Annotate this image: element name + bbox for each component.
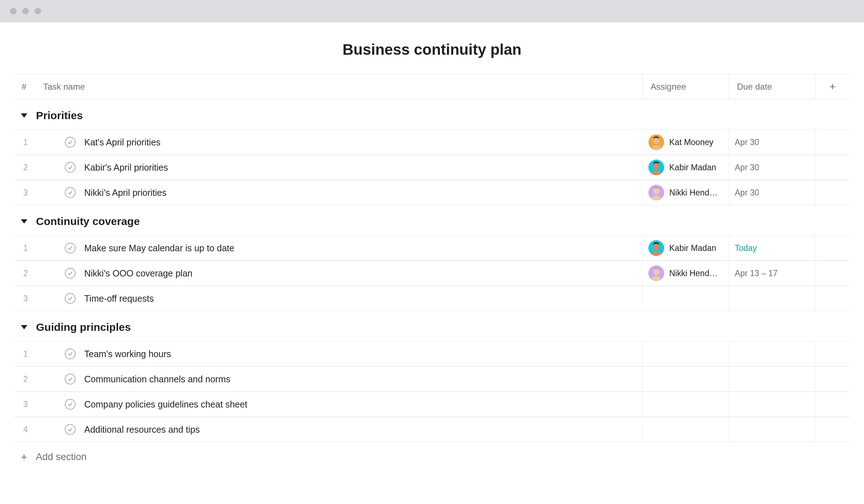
- row-number: 1: [14, 243, 37, 253]
- due-date-cell[interactable]: Apr 13 – 17: [729, 261, 815, 285]
- row-extra-cell: [815, 155, 850, 180]
- chevron-down-icon: [21, 113, 27, 118]
- complete-check-icon[interactable]: [65, 374, 76, 384]
- assignee-cell[interactable]: [642, 286, 729, 311]
- due-date-cell[interactable]: Apr 30: [729, 180, 815, 205]
- due-date-cell[interactable]: [729, 392, 815, 417]
- task-name-cell: Make sure May calendar is up to date: [37, 243, 642, 253]
- window-titlebar: [0, 0, 864, 22]
- task-row[interactable]: 2 Kabir's April priorities Kabir Madan A…: [14, 155, 850, 180]
- traffic-light-close[interactable]: [10, 8, 17, 14]
- task-row[interactable]: 2 Communication channels and norms: [14, 366, 850, 392]
- complete-check-icon[interactable]: [65, 243, 76, 253]
- column-header-taskname: Task name: [37, 82, 642, 92]
- due-date-cell[interactable]: Apr 30: [729, 155, 815, 180]
- assignee-cell[interactable]: Kabir Madan: [642, 236, 729, 260]
- section-header[interactable]: Guiding principles: [14, 311, 850, 341]
- complete-check-icon[interactable]: [65, 348, 76, 359]
- due-date-cell[interactable]: [729, 367, 815, 391]
- assignee-name: Kabir Madan: [669, 163, 716, 172]
- due-date-cell[interactable]: Apr 30: [729, 130, 815, 154]
- row-number: 1: [14, 349, 37, 359]
- assignee-cell[interactable]: [642, 342, 729, 366]
- plus-icon: +: [21, 452, 27, 463]
- task-name: Kat's April priorities: [84, 137, 161, 148]
- column-header-number: #: [14, 82, 37, 92]
- assignee-cell[interactable]: Nikki Hend…: [642, 180, 729, 205]
- section-title: Guiding principles: [36, 321, 131, 333]
- svg-point-5: [653, 188, 660, 194]
- section-header[interactable]: Priorities: [14, 99, 850, 130]
- task-name: Nikki's OOO coverage plan: [84, 268, 193, 279]
- row-extra-cell: [815, 236, 850, 260]
- task-name-cell: Nikki's OOO coverage plan: [37, 268, 642, 279]
- complete-check-icon[interactable]: [65, 162, 76, 173]
- row-number: 1: [14, 138, 37, 147]
- task-row[interactable]: 4 Additional resources and tips: [14, 417, 850, 442]
- add-column-button[interactable]: +: [815, 75, 850, 99]
- task-row[interactable]: 1 Make sure May calendar is up to date K…: [14, 235, 850, 261]
- task-row[interactable]: 1 Team's working hours: [14, 341, 850, 366]
- due-date: Apr 30: [735, 163, 759, 172]
- task-name: Kabir's April priorities: [84, 162, 168, 173]
- complete-check-icon[interactable]: [65, 424, 76, 435]
- add-section-button[interactable]: + Add section: [14, 442, 850, 463]
- assignee-cell[interactable]: Nikki Hend…: [642, 261, 729, 285]
- complete-check-icon[interactable]: [65, 399, 76, 410]
- due-date: Apr 30: [735, 138, 759, 147]
- due-date: Apr 30: [735, 188, 759, 198]
- due-date-cell[interactable]: [729, 342, 815, 366]
- add-section-label: Add section: [36, 451, 87, 463]
- task-row[interactable]: 3 Time-off requests: [14, 286, 850, 311]
- assignee-cell[interactable]: [642, 417, 729, 442]
- due-date-cell[interactable]: [729, 417, 815, 442]
- task-list: # Task name Assignee Due date + Prioriti…: [14, 74, 850, 463]
- complete-check-icon[interactable]: [65, 293, 76, 304]
- due-date-cell[interactable]: Today: [729, 236, 815, 260]
- task-name-cell: Kabir's April priorities: [37, 162, 642, 173]
- avatar: [648, 185, 664, 201]
- row-extra-cell: [815, 367, 850, 391]
- assignee-cell[interactable]: [642, 367, 729, 391]
- content-area: Business continuity plan # Task name Ass…: [0, 22, 864, 463]
- complete-check-icon[interactable]: [65, 268, 76, 279]
- task-row[interactable]: 3 Company policies guidelines cheat shee…: [14, 392, 850, 417]
- row-extra-cell: [815, 130, 850, 154]
- task-name: Time-off requests: [84, 293, 154, 304]
- task-name-cell: Additional resources and tips: [37, 424, 642, 435]
- task-name-cell: Company policies guidelines cheat sheet: [37, 399, 642, 410]
- row-extra-cell: [815, 180, 850, 205]
- task-row[interactable]: 2 Nikki's OOO coverage plan Nikki Hend… …: [14, 261, 850, 286]
- assignee-cell[interactable]: Kabir Madan: [642, 155, 729, 180]
- due-date-cell[interactable]: [729, 286, 815, 311]
- svg-point-7: [653, 243, 660, 250]
- svg-point-9: [653, 269, 660, 275]
- assignee-name: Nikki Hend…: [669, 188, 717, 198]
- task-name: Make sure May calendar is up to date: [84, 243, 234, 253]
- task-name-cell: Team's working hours: [37, 348, 642, 359]
- svg-point-3: [653, 163, 660, 169]
- assignee-cell[interactable]: [642, 392, 729, 417]
- traffic-light-zoom[interactable]: [35, 8, 41, 14]
- svg-point-1: [653, 138, 660, 144]
- assignee-cell[interactable]: Kat Mooney: [642, 130, 729, 154]
- complete-check-icon[interactable]: [65, 187, 76, 198]
- section-header[interactable]: Continuity coverage: [14, 205, 850, 235]
- column-header-row: # Task name Assignee Due date +: [14, 74, 850, 99]
- row-extra-cell: [815, 417, 850, 442]
- task-name: Team's working hours: [84, 349, 171, 359]
- page-title: Business continuity plan: [14, 22, 850, 74]
- task-name-cell: Time-off requests: [37, 293, 642, 304]
- row-number: 3: [14, 294, 37, 303]
- column-header-assignee[interactable]: Assignee: [642, 75, 729, 99]
- column-header-duedate[interactable]: Due date: [729, 75, 815, 99]
- traffic-light-minimize[interactable]: [22, 8, 29, 14]
- row-number: 3: [14, 188, 37, 198]
- task-row[interactable]: 3 Nikki's April priorities Nikki Hend… A…: [14, 180, 850, 205]
- task-name-cell: Communication channels and norms: [37, 374, 642, 384]
- complete-check-icon[interactable]: [65, 137, 76, 148]
- task-row[interactable]: 1 Kat's April priorities Kat Mooney Apr …: [14, 130, 850, 155]
- row-number: 2: [14, 163, 37, 172]
- avatar: [648, 134, 664, 150]
- row-number: 2: [14, 269, 37, 278]
